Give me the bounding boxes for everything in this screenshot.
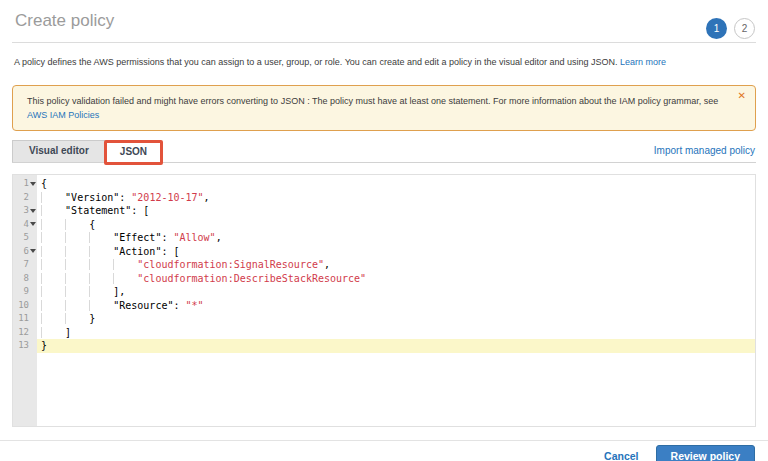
indent-guides bbox=[41, 300, 113, 311]
fold-toggle-icon[interactable] bbox=[29, 245, 37, 259]
code-line-content[interactable]: "Resource": "*" bbox=[37, 299, 755, 313]
close-icon[interactable]: ✕ bbox=[738, 91, 746, 101]
editor-line-2[interactable]: 2 "Version": "2012-10-17", bbox=[13, 191, 755, 205]
editor-line-1[interactable]: 1{ bbox=[13, 177, 755, 191]
code-line-content[interactable]: "Effect": "Allow", bbox=[37, 231, 755, 245]
indent-guides bbox=[41, 259, 137, 270]
review-policy-button[interactable]: Review policy bbox=[656, 445, 755, 461]
code-line-content[interactable]: } bbox=[37, 312, 755, 326]
fold-toggle-icon[interactable] bbox=[29, 204, 37, 218]
gutter-cell: 8 bbox=[13, 272, 37, 286]
indent-guides bbox=[41, 192, 65, 203]
fold-spacer bbox=[29, 258, 37, 272]
code-line-content[interactable]: ] bbox=[37, 326, 755, 340]
code-line-content[interactable]: { bbox=[37, 218, 755, 232]
line-number: 12 bbox=[18, 326, 29, 340]
gutter-cell: 11 bbox=[13, 312, 37, 326]
tab-json-label: JSON bbox=[120, 146, 147, 157]
gutter-cell: 7 bbox=[13, 258, 37, 272]
indent-guides bbox=[41, 232, 113, 243]
editor-line-13[interactable]: 13} bbox=[13, 339, 755, 353]
code-line-content[interactable]: "cloudformation:DescribeStackResource" bbox=[37, 272, 755, 286]
json-code-editor[interactable]: 1{2 "Version": "2012-10-17",3 "Statement… bbox=[12, 174, 756, 427]
editor-line-5[interactable]: 5 "Effect": "Allow", bbox=[13, 231, 755, 245]
fold-toggle-icon[interactable] bbox=[29, 218, 37, 232]
line-number: 11 bbox=[18, 312, 29, 326]
indent-guides bbox=[41, 313, 89, 324]
import-managed-policy-link[interactable]: Import managed policy bbox=[654, 145, 755, 156]
aws-iam-policies-link[interactable]: AWS IAM Policies bbox=[27, 110, 99, 120]
code-line-content[interactable]: { bbox=[37, 177, 755, 191]
indent-guides bbox=[41, 205, 65, 216]
gutter-cell: 3 bbox=[13, 204, 37, 218]
code-line-content[interactable]: "Version": "2012-10-17", bbox=[37, 191, 755, 205]
tab-json[interactable]: JSON bbox=[106, 141, 161, 163]
code-line-content[interactable]: ], bbox=[37, 285, 755, 299]
cancel-button[interactable]: Cancel bbox=[604, 450, 638, 461]
warning-message: This policy validation failed and might … bbox=[27, 96, 718, 106]
gutter-cell: 10 bbox=[13, 299, 37, 313]
validation-warning-banner: This policy validation failed and might … bbox=[12, 85, 756, 131]
footer-action-bar: Cancel Review policy bbox=[0, 440, 768, 461]
intro-text: A policy defines the AWS permissions tha… bbox=[14, 56, 754, 68]
fold-spacer bbox=[29, 231, 37, 245]
gutter-cell: 6 bbox=[13, 245, 37, 259]
learn-more-link[interactable]: Learn more bbox=[620, 57, 666, 67]
indent-guides bbox=[41, 273, 137, 284]
fold-spacer bbox=[29, 191, 37, 205]
line-number: 10 bbox=[18, 299, 29, 313]
gutter-cell: 9 bbox=[13, 285, 37, 299]
editor-line-3[interactable]: 3 "Statement": [ bbox=[13, 204, 755, 218]
editor-line-11[interactable]: 11 } bbox=[13, 312, 755, 326]
fold-spacer bbox=[29, 339, 37, 353]
indent-guides bbox=[41, 327, 65, 338]
editor-line-9[interactable]: 9 ], bbox=[13, 285, 755, 299]
gutter-cell: 4 bbox=[13, 218, 37, 232]
fold-spacer bbox=[29, 299, 37, 313]
fold-spacer bbox=[29, 272, 37, 286]
tab-visual-editor[interactable]: Visual editor bbox=[12, 140, 106, 162]
fold-spacer bbox=[29, 326, 37, 340]
code-line-content[interactable]: "cloudformation:SignalResource", bbox=[37, 258, 755, 272]
indent-guides bbox=[41, 286, 113, 297]
step-1-badge: 1 bbox=[706, 18, 727, 39]
code-line-content[interactable]: } bbox=[37, 339, 755, 353]
gutter-cell: 12 bbox=[13, 326, 37, 340]
step-2-badge: 2 bbox=[734, 18, 755, 39]
editor-line-10[interactable]: 10 "Resource": "*" bbox=[13, 299, 755, 313]
code-line-content[interactable]: "Action": [ bbox=[37, 245, 755, 259]
gutter-cell: 13 bbox=[13, 339, 37, 353]
editor-line-4[interactable]: 4 { bbox=[13, 218, 755, 232]
fold-spacer bbox=[29, 285, 37, 299]
gutter-cell: 1 bbox=[13, 177, 37, 191]
code-line-content[interactable]: "Statement": [ bbox=[37, 204, 755, 218]
create-policy-page: Create policy 1 2 A policy defines the A… bbox=[0, 9, 768, 461]
intro-description: A policy defines the AWS permissions tha… bbox=[14, 57, 618, 67]
step-indicator: 1 2 bbox=[706, 18, 755, 39]
editor-line-6[interactable]: 6 "Action": [ bbox=[13, 245, 755, 259]
indent-guides bbox=[41, 246, 113, 257]
indent-guides bbox=[41, 219, 89, 230]
page-title: Create policy bbox=[15, 9, 754, 32]
fold-spacer bbox=[29, 312, 37, 326]
editor-line-8[interactable]: 8 "cloudformation:DescribeStackResource" bbox=[13, 272, 755, 286]
header-divider bbox=[12, 42, 756, 43]
gutter-cell: 2 bbox=[13, 191, 37, 205]
editor-tab-bar: Visual editor JSON Import managed policy bbox=[12, 140, 756, 163]
gutter-cell: 5 bbox=[13, 231, 37, 245]
line-number: 13 bbox=[18, 339, 29, 353]
editor-line-12[interactable]: 12 ] bbox=[13, 326, 755, 340]
editor-line-7[interactable]: 7 "cloudformation:SignalResource", bbox=[13, 258, 755, 272]
fold-toggle-icon[interactable] bbox=[29, 177, 37, 191]
